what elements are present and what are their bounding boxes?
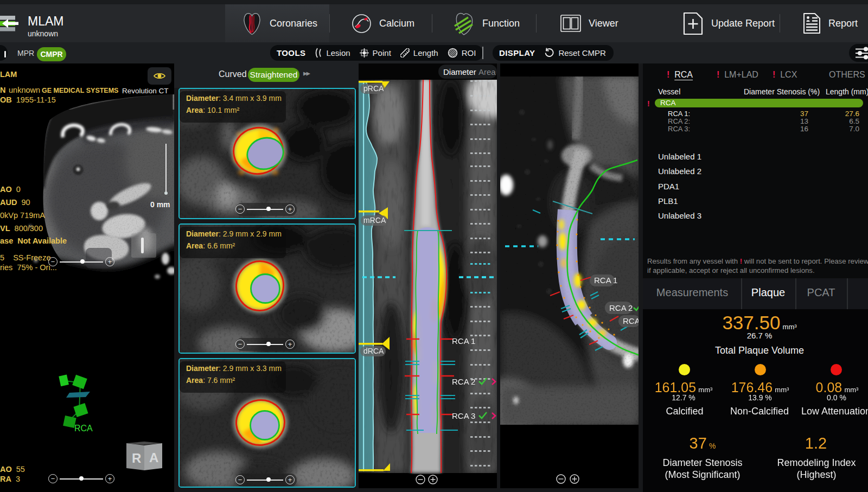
svg-text:RCA 2: RCA 2 xyxy=(452,377,475,386)
svg-text:RCA 2: RCA 2 xyxy=(609,303,633,312)
svg-text:Diameter: Diameter xyxy=(443,67,476,76)
svg-text:mRCA: mRCA xyxy=(363,216,386,225)
svg-text:RCA: RCA xyxy=(74,424,93,433)
svg-text:RCA 1: RCA 1 xyxy=(452,336,475,346)
svg-text:dRCA: dRCA xyxy=(363,347,384,355)
svg-text:pRCA: pRCA xyxy=(363,84,384,93)
svg-text:A: A xyxy=(149,450,158,465)
svg-text:R: R xyxy=(132,451,141,465)
svg-text:Area: Area xyxy=(478,67,496,76)
svg-text:RCA 3: RCA 3 xyxy=(452,411,475,420)
svg-text:RCA: RCA xyxy=(623,316,639,325)
svg-text:RCA 1: RCA 1 xyxy=(594,276,617,285)
